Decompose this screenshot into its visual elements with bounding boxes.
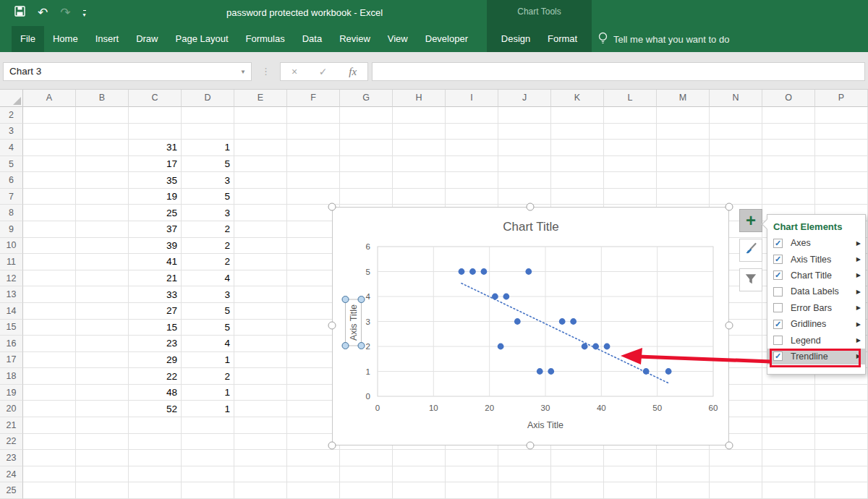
cell-l25[interactable] — [604, 482, 657, 499]
cell-a10[interactable] — [23, 238, 76, 255]
cell-a14[interactable] — [23, 303, 76, 320]
cell-n24[interactable] — [710, 466, 762, 483]
cell-m2[interactable] — [657, 107, 710, 124]
scatter-chart[interactable]: Chart Title01234560102030405060Axis Titl… — [332, 207, 729, 445]
x-axis-title[interactable]: Axis Title — [527, 420, 563, 430]
cell-a19[interactable] — [23, 385, 76, 401]
cell-m5[interactable] — [657, 156, 710, 173]
cell-b24[interactable] — [76, 466, 129, 483]
cell-e7[interactable] — [234, 189, 287, 205]
cell-a9[interactable] — [23, 221, 76, 238]
chart-resize-handle[interactable] — [726, 322, 733, 330]
cell-d17[interactable]: 1 — [182, 352, 234, 369]
expand-arrow-icon[interactable]: ▶ — [856, 321, 861, 328]
data-point[interactable] — [559, 318, 566, 325]
cell-b23[interactable] — [76, 450, 129, 466]
expand-arrow-icon[interactable]: ▶ — [856, 337, 861, 344]
cell-j2[interactable] — [498, 107, 551, 124]
cell-c12[interactable]: 21 — [129, 270, 182, 287]
cell-g3[interactable] — [340, 124, 393, 140]
cell-a24[interactable] — [23, 466, 76, 483]
cell-c8[interactable]: 25 — [129, 205, 182, 221]
cell-o19[interactable] — [762, 385, 815, 401]
cell-l3[interactable] — [604, 124, 657, 140]
expand-arrow-icon[interactable]: ▶ — [856, 304, 861, 311]
cell-f4[interactable] — [287, 140, 340, 156]
cell-l4[interactable] — [604, 140, 657, 156]
tab-draw[interactable]: Draw — [127, 26, 166, 52]
data-point[interactable] — [592, 344, 599, 350]
cell-c23[interactable] — [129, 450, 182, 466]
cell-n23[interactable] — [710, 450, 762, 466]
cell-m25[interactable] — [657, 482, 710, 499]
cell-e24[interactable] — [234, 466, 287, 483]
cell-e2[interactable] — [234, 107, 287, 124]
cell-k2[interactable] — [551, 107, 604, 124]
cell-a6[interactable] — [23, 172, 76, 189]
cell-e20[interactable] — [234, 401, 287, 417]
cell-m23[interactable] — [657, 450, 710, 466]
row-header-8[interactable]: 8 — [0, 205, 23, 221]
cell-e15[interactable] — [234, 320, 287, 336]
cell-c3[interactable] — [129, 124, 182, 140]
cell-o3[interactable] — [762, 124, 815, 140]
cell-k25[interactable] — [551, 482, 604, 499]
checked-checkbox-icon[interactable]: ✓ — [773, 255, 783, 264]
cell-j25[interactable] — [498, 482, 551, 499]
column-header-n[interactable]: N — [710, 90, 762, 107]
cell-c4[interactable]: 31 — [129, 140, 182, 156]
cell-j3[interactable] — [498, 124, 551, 140]
chart-resize-handle[interactable] — [527, 442, 535, 450]
tab-view[interactable]: View — [379, 26, 417, 52]
cell-f2[interactable] — [287, 107, 340, 124]
cell-c15[interactable]: 15 — [129, 320, 182, 336]
cell-d23[interactable] — [182, 450, 234, 466]
cell-e13[interactable] — [234, 286, 287, 303]
cell-b19[interactable] — [76, 385, 129, 401]
unchecked-checkbox-icon[interactable] — [773, 336, 783, 345]
data-point[interactable] — [469, 268, 476, 275]
cell-a20[interactable] — [23, 401, 76, 417]
cell-n5[interactable] — [710, 156, 762, 173]
cell-p19[interactable] — [815, 385, 868, 401]
cell-k23[interactable] — [551, 450, 604, 466]
cell-i25[interactable] — [446, 482, 498, 499]
cell-l5[interactable] — [604, 156, 657, 173]
enter-icon[interactable]: ✓ — [319, 66, 328, 77]
cell-c5[interactable]: 17 — [129, 156, 182, 173]
data-point[interactable] — [570, 318, 576, 325]
cell-k5[interactable] — [551, 156, 604, 173]
tab-insert[interactable]: Insert — [87, 26, 128, 52]
cell-o25[interactable] — [762, 482, 815, 499]
cell-e23[interactable] — [234, 450, 287, 466]
cell-h2[interactable] — [393, 107, 446, 124]
column-header-h[interactable]: H — [393, 90, 446, 107]
cell-e9[interactable] — [234, 221, 287, 238]
chart-element-item-chart-title[interactable]: ✓Chart Title▶ — [767, 268, 865, 283]
cell-c16[interactable]: 23 — [129, 336, 182, 352]
name-box-dropdown-icon[interactable]: ▼ — [240, 64, 246, 81]
cell-a18[interactable] — [23, 368, 76, 385]
unchecked-checkbox-icon[interactable] — [773, 303, 783, 312]
row-header-14[interactable]: 14 — [0, 303, 23, 320]
y-axis-title-group[interactable]: Axis Title — [342, 297, 365, 349]
row-header-2[interactable]: 2 — [0, 107, 23, 124]
cell-k6[interactable] — [551, 172, 604, 189]
data-point[interactable] — [665, 368, 672, 375]
chart-resize-handle[interactable] — [726, 203, 733, 211]
cell-b7[interactable] — [76, 189, 129, 205]
cell-i4[interactable] — [446, 140, 498, 156]
cell-c17[interactable]: 29 — [129, 352, 182, 369]
cell-h25[interactable] — [393, 482, 446, 499]
cell-d21[interactable] — [182, 417, 234, 434]
insert-function-icon[interactable]: fx — [349, 66, 357, 78]
checked-checkbox-icon[interactable]: ✓ — [773, 320, 783, 329]
checked-checkbox-icon[interactable]: ✓ — [773, 239, 783, 248]
cell-h5[interactable] — [393, 156, 446, 173]
cell-f23[interactable] — [287, 450, 340, 466]
cell-d16[interactable]: 4 — [182, 336, 234, 352]
cell-a23[interactable] — [23, 450, 76, 466]
cell-b5[interactable] — [76, 156, 129, 173]
cell-e17[interactable] — [234, 352, 287, 369]
cell-h4[interactable] — [393, 140, 446, 156]
